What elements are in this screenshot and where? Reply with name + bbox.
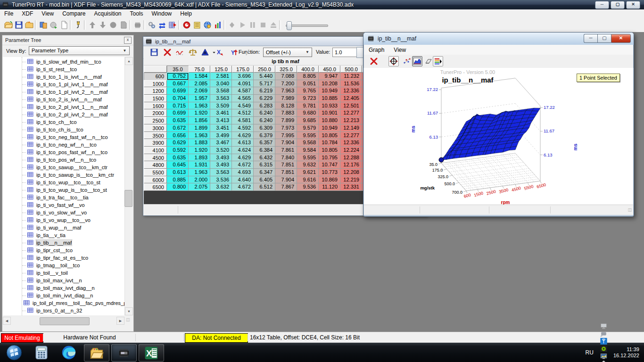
table-cell[interactable]: 6.219	[254, 87, 275, 95]
table-cell[interactable]: 3.451	[210, 124, 232, 132]
restore-button[interactable]: ▢	[611, 1, 625, 9]
tree-item-ip_ti_tco_1_pl_ivvt_1__n__maf[interactable]: ip_ti_tco_1_pl_ivvt_1__n__maf	[3, 81, 124, 88]
table-cell[interactable]: 3.040	[210, 80, 232, 88]
col-header-500.0[interactable]: 500.0	[340, 66, 362, 73]
table-cell[interactable]: 1.584	[189, 73, 210, 80]
row-header-2000[interactable]: 2000	[144, 109, 167, 117]
tree-hscroll-thumb[interactable]	[40, 317, 90, 325]
tray-battery-icon[interactable]	[600, 360, 608, 362]
table-cell[interactable]: 4.592	[232, 124, 254, 132]
table-cell[interactable]: 1.963	[189, 102, 210, 110]
table-cell[interactable]: 3.467	[210, 139, 232, 147]
delete-x-icon[interactable]	[163, 48, 172, 57]
menu-item-acquisition[interactable]: Acquisition	[90, 10, 126, 17]
table-cell[interactable]: 6.347	[254, 169, 275, 176]
table-cell[interactable]: 6.357	[254, 139, 275, 147]
row-header-3900[interactable]: 3900	[144, 139, 167, 147]
tree-item-ip_ti_slow_wf_thd_min__tco[interactable]: ip_ti_slow_wf_thd_min__tco	[3, 58, 124, 66]
col-header-400.0[interactable]: 400.0	[297, 66, 319, 73]
tree-item-ip_tors_0_at_er__n_32__maf[interactable]: ip_tors_0_at_er__n_32__maf	[3, 314, 124, 315]
table-cell[interactable]: 12.331	[340, 183, 362, 191]
tree-item-ip_ti_tco_pos_fast_wf__n__tco[interactable]: ip_ti_tco_pos_fast_wf__n__tco	[3, 148, 124, 156]
table-cell[interactable]: 0.635	[167, 117, 189, 124]
table-cell[interactable]: 6.240	[254, 117, 275, 124]
table-cell[interactable]: 3.499	[210, 132, 232, 140]
tree-item-ip_tors_0_at__n_32[interactable]: ip_tors_0_at__n_32	[3, 307, 124, 314]
table-cell[interactable]: 7.851	[275, 161, 297, 169]
table-cell[interactable]: 7.200	[275, 80, 297, 88]
table-cell[interactable]: 2.000	[189, 176, 210, 184]
table-cell[interactable]: 5.440	[254, 73, 275, 80]
table-cell[interactable]: 3.536	[210, 176, 232, 184]
table-cell[interactable]: 5.717	[254, 80, 275, 88]
table-cell[interactable]: 9.595	[297, 154, 319, 162]
menu-item-file[interactable]: File	[0, 10, 17, 17]
globe-icon[interactable]	[203, 20, 212, 30]
tree-item-ip_tmag__toil__tco[interactable]: ip_tmag__toil__tco	[3, 262, 124, 269]
table-cell[interactable]: 1.963	[189, 169, 210, 176]
row-header-4100[interactable]: 4100	[144, 147, 167, 154]
row-header-6000[interactable]: 6000	[144, 176, 167, 184]
table-cell[interactable]: 0.715	[167, 102, 189, 110]
scroll-left-icon[interactable]: ◀	[3, 317, 11, 325]
scales-icon[interactable]	[188, 48, 198, 57]
table-cell[interactable]: 7.899	[275, 117, 297, 124]
table-cell[interactable]: 9.680	[297, 109, 319, 117]
table-cell[interactable]: 4.613	[232, 139, 254, 147]
row-header-1000[interactable]: 1000	[144, 80, 167, 88]
table-cell[interactable]: 3.563	[210, 95, 232, 102]
tree-item-ip_ti_tco_1_pl_ivvt_2__n__maf[interactable]: ip_ti_tco_1_pl_ivvt_2__n__maf	[3, 88, 124, 96]
table-cell[interactable]: 9.632	[297, 161, 319, 169]
table-cell[interactable]: 12.288	[340, 154, 362, 162]
table-cell[interactable]: 0.752	[167, 73, 189, 80]
table-cell[interactable]: 12.224	[340, 147, 362, 154]
table-cell[interactable]: 7.861	[275, 147, 297, 154]
table-cell[interactable]: 6.405	[254, 176, 275, 184]
tree-item-ip_ti_tco_wup__tco__tco_st[interactable]: ip_ti_tco_wup__tco__tco_st	[3, 179, 124, 186]
table-cell[interactable]: 9.616	[297, 176, 319, 184]
table-cell[interactable]: 3.520	[210, 147, 232, 154]
table-cell[interactable]: 9.621	[297, 169, 319, 176]
table-cell[interactable]: 6.229	[254, 95, 275, 102]
tree-item-ip_toil_min_ivvt_diag__n[interactable]: ip_toil_min_ivvt_diag__n	[3, 292, 124, 299]
row-header-3500[interactable]: 3500	[144, 132, 167, 140]
taskbar-edge-icon[interactable]	[57, 344, 81, 361]
table-cell[interactable]: 10.795	[319, 154, 340, 162]
table-cell[interactable]: 9.579	[297, 124, 319, 132]
table-cell[interactable]: 6.512	[254, 183, 275, 191]
table-cell[interactable]: 1.920	[189, 147, 210, 154]
table-cell[interactable]: 3.461	[210, 109, 232, 117]
value-input[interactable]: 1.0	[332, 48, 357, 57]
graph-window-titlebar[interactable]: ip_tib__n__maf ─ ▢ ✕	[363, 33, 634, 45]
table-cell[interactable]: 4.693	[232, 169, 254, 176]
table-cell[interactable]: 7.963	[275, 87, 297, 95]
tree-item-ip_tipr_cst__tco[interactable]: ip_tipr_cst__tco	[3, 247, 124, 254]
tree-item-ip_ti_tco_2_pl_ivvt_2__n__maf[interactable]: ip_ti_tco_2_pl_ivvt_2__n__maf	[3, 111, 124, 118]
table-cell[interactable]: 7.867	[275, 183, 297, 191]
tree-item-ip_tipr_fac_st_es__tco[interactable]: ip_tipr_fac_st_es__tco	[3, 254, 124, 262]
tree-item-ip_ti_tco_pos_wf__n__tco[interactable]: ip_ti_tco_pos_wf__n__tco	[3, 156, 124, 164]
stop-icon[interactable]	[258, 20, 268, 30]
color-bars-icon[interactable]	[433, 56, 443, 66]
tree-vscroll-thumb[interactable]	[124, 190, 132, 207]
table-cell[interactable]: 7.904	[275, 176, 297, 184]
table-corner-header[interactable]	[144, 66, 167, 73]
row-header-2500[interactable]: 2500	[144, 117, 167, 124]
tree-item-ip_ti_tco_neg_wf__n__tco[interactable]: ip_ti_tco_neg_wf__n__tco	[3, 141, 124, 148]
tree-item-ip_ti_tco_2_is_ivvt__n__maf[interactable]: ip_ti_tco_2_is_ivvt__n__maf	[3, 96, 124, 103]
tree-item-ip_toil__v_toil[interactable]: ip_toil__v_toil	[3, 269, 124, 277]
tray-antenna-icon[interactable]	[600, 337, 608, 345]
clock[interactable]: 11:39 16.12.2022	[613, 346, 639, 359]
table-cell[interactable]: 6.384	[254, 147, 275, 154]
table-cell[interactable]: 0.656	[167, 132, 189, 140]
tree-item-ip_ti_tco_ch_is__tco[interactable]: ip_ti_tco_ch_is__tco	[3, 126, 124, 133]
tree-item-ip_ti_tra_fac__tco__tia[interactable]: ip_ti_tra_fac__tco__tia	[3, 194, 124, 201]
table-cell[interactable]: 12.336	[340, 139, 362, 147]
table-cell[interactable]: 0.635	[167, 154, 189, 162]
table-cell[interactable]: 0.699	[167, 87, 189, 95]
table-cell[interactable]: 1.899	[189, 124, 210, 132]
table-cell[interactable]: 7.995	[275, 132, 297, 140]
table-cell[interactable]: 10.949	[319, 124, 340, 132]
start-button[interactable]	[2, 344, 26, 361]
tree-item-ip_ti_vo_wup__tco__vo[interactable]: ip_ti_vo_wup__tco__vo	[3, 216, 124, 224]
